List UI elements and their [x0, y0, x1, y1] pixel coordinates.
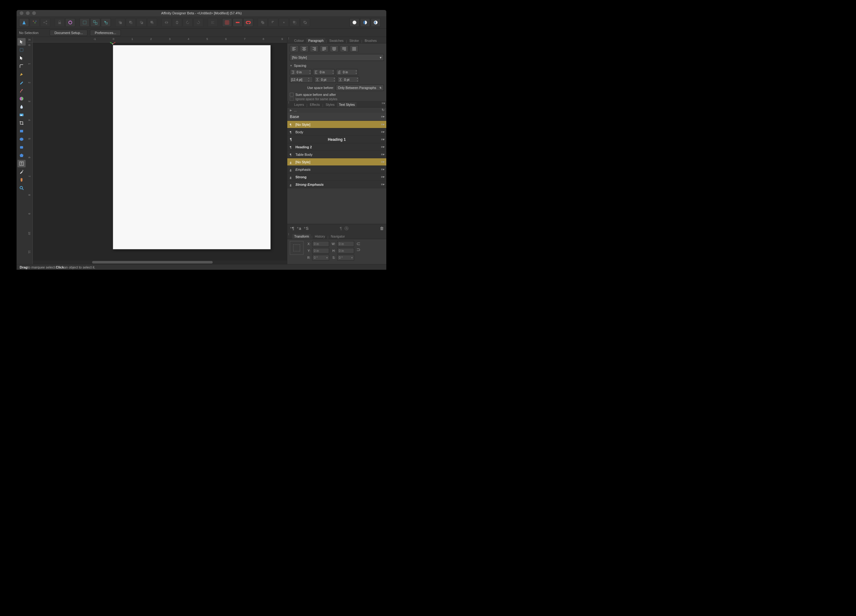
polygon-tool[interactable]: [17, 152, 26, 159]
row-menu-icon[interactable]: ≡▾: [381, 115, 385, 118]
designer-persona-button[interactable]: [19, 18, 29, 27]
sum-space-checkbox[interactable]: [290, 93, 294, 97]
place-image-tool[interactable]: [17, 111, 26, 119]
style-strong[interactable]: aStrong≡▾: [287, 173, 386, 181]
node-tool[interactable]: [17, 54, 26, 62]
flip-h-button[interactable]: [162, 18, 171, 27]
tab-transform[interactable]: Transform: [292, 234, 311, 239]
align-left-button[interactable]: [290, 45, 299, 52]
scrollbar-thumb[interactable]: [92, 261, 212, 264]
move-front-button[interactable]: [147, 18, 157, 27]
panel-grip-icon[interactable]: ⫶: [288, 101, 289, 104]
row-menu-icon[interactable]: ≡▾: [381, 160, 385, 164]
row-menu-icon[interactable]: ≡▾: [381, 167, 385, 171]
alignment-button[interactable]: [208, 18, 218, 27]
add-union-button[interactable]: [258, 18, 268, 27]
zoom-tool[interactable]: [17, 184, 26, 192]
current-paragraph-icon[interactable]: ¶: [340, 226, 342, 231]
forward-one-button[interactable]: [137, 18, 146, 27]
color-picker-tool[interactable]: [17, 168, 26, 175]
tab-effects[interactable]: Effects: [308, 102, 322, 107]
pen-tool[interactable]: [17, 71, 26, 78]
text-tool[interactable]: T: [17, 160, 26, 167]
minimize-button[interactable]: [26, 11, 30, 15]
ruler-unit[interactable]: in: [26, 37, 33, 43]
left-indent-input[interactable]: ▴▾: [290, 69, 312, 75]
tab-history[interactable]: History: [313, 234, 327, 239]
brush-tool[interactable]: [17, 87, 26, 94]
export-persona-button[interactable]: [40, 18, 50, 27]
horizontal-scrollbar[interactable]: [33, 260, 287, 264]
artboard[interactable]: [113, 45, 271, 249]
move-tool[interactable]: [17, 38, 26, 46]
current-character-icon[interactable]: ⓐ: [345, 226, 348, 231]
corner-tool[interactable]: [17, 63, 26, 70]
w-input[interactable]: 0 in: [337, 241, 354, 247]
row-menu-icon[interactable]: ≡▾: [381, 145, 385, 149]
new-character-style-button[interactable]: ⁺a: [297, 226, 301, 231]
row-menu-icon[interactable]: ≡▾: [381, 175, 385, 178]
tab-text-styles[interactable]: Text Styles: [337, 102, 357, 107]
ruler-horizontal[interactable]: -1 0 1 2 3 4 5 6 7 8 9: [33, 37, 287, 43]
select-same-button[interactable]: [90, 18, 100, 27]
style-strong-emphasis[interactable]: aStrong Emphasis≡▾: [287, 181, 386, 188]
right-indent-input[interactable]: ▴▾: [313, 69, 335, 75]
panel-grip-icon[interactable]: ⫶: [288, 233, 289, 236]
crop-tool[interactable]: [17, 119, 26, 127]
xor-button[interactable]: [300, 18, 310, 27]
style-emphasis[interactable]: aEmphasis≡▾: [287, 166, 386, 173]
transparency-tool[interactable]: [17, 103, 26, 111]
style-no-style-paragraph[interactable]: ¶[No Style]≡▾: [287, 121, 386, 128]
link-wh-icon[interactable]: ⊂⊃: [357, 241, 360, 252]
select-object-button[interactable]: [101, 18, 111, 27]
preferences-button[interactable]: Preferences...: [90, 30, 120, 36]
new-paragraph-style-button[interactable]: ⁺¶: [290, 226, 294, 231]
subtract-button[interactable]: [268, 18, 278, 27]
tab-brushes[interactable]: Brushes: [363, 38, 379, 43]
divide-button[interactable]: [289, 18, 300, 27]
reset-icon[interactable]: ↻: [382, 108, 385, 112]
maximize-button[interactable]: [32, 11, 36, 15]
row-menu-icon[interactable]: ≡▾: [381, 130, 385, 134]
justify-center-button[interactable]: [330, 45, 339, 52]
lock-button[interactable]: [55, 18, 65, 27]
rectangle-tool[interactable]: [17, 128, 26, 135]
insert-inside-button[interactable]: [371, 18, 381, 27]
x-input[interactable]: 0 in: [312, 241, 329, 247]
paragraph-style-select[interactable]: [No Style] ▾: [290, 54, 384, 61]
move-back-button[interactable]: [115, 18, 125, 27]
y-input[interactable]: 0 in: [312, 248, 329, 253]
style-body[interactable]: ¶Body≡▾: [287, 128, 386, 136]
insert-behind-button[interactable]: [360, 18, 370, 27]
anchor-selector[interactable]: [290, 241, 303, 255]
snap-grid-button[interactable]: [222, 18, 232, 27]
hand-tool[interactable]: [17, 176, 26, 184]
space-after-input[interactable]: ▴▾: [337, 77, 359, 83]
tab-swatches[interactable]: Swatches: [328, 38, 346, 43]
first-line-indent-input[interactable]: ▴▾: [336, 69, 358, 75]
use-space-before-select[interactable]: Only Between Paragraphs ⇅: [336, 84, 384, 91]
rotate-ccw-button[interactable]: [183, 18, 193, 27]
pixel-persona-button[interactable]: [30, 18, 40, 27]
r-input[interactable]: 0 °▾: [312, 255, 329, 260]
justify-right-button[interactable]: [340, 45, 348, 52]
spacing-section-header[interactable]: ▼ Spacing: [287, 63, 386, 68]
snapping-button[interactable]: [243, 18, 253, 27]
synchronize-defaults-button[interactable]: [65, 18, 75, 27]
new-group-style-button[interactable]: ⁺S: [303, 226, 309, 231]
style-no-style-character[interactable]: a[No Style]≡▾: [287, 158, 386, 166]
style-table-body[interactable]: ¶Table Body≡▾: [287, 151, 386, 158]
rounded-rect-tool[interactable]: [17, 144, 26, 151]
row-menu-icon[interactable]: ≡▾: [381, 138, 385, 141]
tab-stroke[interactable]: Stroke: [348, 38, 361, 43]
panel-menu-button[interactable]: ≡▾: [382, 101, 385, 105]
h-input[interactable]: 0 in: [337, 248, 354, 253]
align-right-button[interactable]: [310, 45, 319, 52]
fill-tool[interactable]: [17, 95, 26, 102]
close-button[interactable]: [20, 11, 23, 15]
ruler-vertical[interactable]: 0 1 2 3 4 5 6 7 8 9 10 11: [26, 43, 33, 264]
intersect-button[interactable]: [279, 18, 289, 27]
flip-v-button[interactable]: [172, 18, 182, 27]
document-setup-button[interactable]: Document Setup...: [50, 30, 88, 36]
delete-style-button[interactable]: 🗑: [380, 226, 384, 231]
